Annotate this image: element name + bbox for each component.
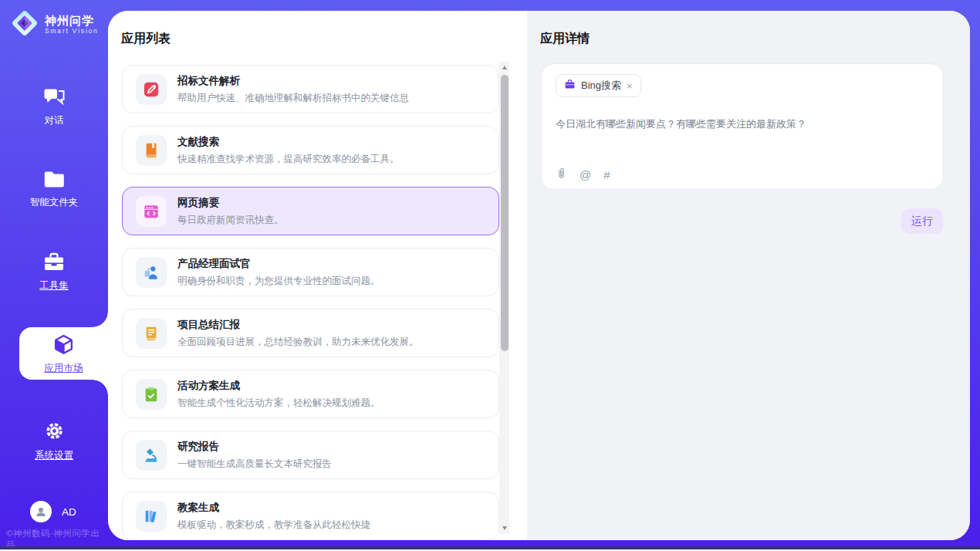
list-item-pm-interviewer[interactable]: 产品经理面试官 明确身份和职责，为您提供专业性的面试问题。 xyxy=(122,248,499,296)
user-initials: AD xyxy=(62,506,76,518)
prompt-input[interactable]: 今日湖北有哪些新闻要点？有哪些需要关注的最新政策？ xyxy=(556,117,926,131)
app-detail-pane: 应用详情 Bing搜索 × 今日湖北有哪些新闻要点？有哪些需要关注的最新政策？ xyxy=(527,11,970,540)
app-desc: 模板驱动，教案秒成，教学准备从此轻松快捷 xyxy=(177,519,370,532)
sidebar-item-smart-folder[interactable]: 智能文件夹 xyxy=(0,171,108,209)
app-name: 教案生成 xyxy=(177,501,370,515)
webpage-code-icon xyxy=(136,196,167,227)
app-name: 文献搜索 xyxy=(177,135,400,149)
hash-tag-icon[interactable]: # xyxy=(603,168,610,181)
books-icon xyxy=(136,501,167,532)
app-desc: 全面回顾项目进展，总结经验教训，助力未来优化发展。 xyxy=(177,336,419,349)
scroll-down-icon[interactable] xyxy=(499,522,509,534)
cube-icon xyxy=(53,346,74,359)
sidebar-item-label: 系统设置 xyxy=(0,449,108,462)
chat-icon xyxy=(43,96,65,109)
app-detail-title: 应用详情 xyxy=(540,31,590,47)
notes-icon xyxy=(136,318,167,349)
app-name: 项目总结汇报 xyxy=(177,318,419,332)
microscope-icon xyxy=(136,440,167,471)
at-mention-icon[interactable]: @ xyxy=(580,168,591,181)
tool-tag-bing-search[interactable]: Bing搜索 × xyxy=(556,74,641,97)
list-item-project-summary[interactable]: 项目总结汇报 全面回顾项目进展，总结经验教训，助力未来优化发展。 xyxy=(122,309,499,357)
sidebar-item-label: 工具集 xyxy=(0,279,108,292)
list-item-literature-search[interactable]: 文献搜索 快速精准查找学术资源，提高研究效率的必备工具。 xyxy=(122,126,499,174)
tool-tag-label: Bing搜索 xyxy=(581,79,621,93)
diamond-logo-icon xyxy=(10,8,39,41)
sidebar-item-chat[interactable]: 对话 xyxy=(0,86,108,127)
avatar xyxy=(30,501,52,522)
list-item-bid-parse[interactable]: 招标文件解析 帮助用户快速、准确地理解和解析招标书中的关键信息 xyxy=(122,65,499,113)
app-desc: 快速精准查找学术资源，提高研究效率的必备工具。 xyxy=(177,153,400,166)
list-item-activity-plan[interactable]: 活动方案生成 智能生成个性化活动方案，轻松解决规划难题。 xyxy=(122,370,499,418)
app-desc: 明确身份和职责，为您提供专业性的面试问题。 xyxy=(177,275,380,288)
book-icon xyxy=(136,135,167,166)
app-desc: 帮助用户快速、准确地理解和解析招标书中的关键信息 xyxy=(177,92,409,105)
scroll-up-icon[interactable] xyxy=(499,62,509,73)
sidebar: 神州问学 Smart Vision 对话 智能文件夹 xyxy=(0,0,108,551)
main-panel: 应用列表 招标文件解析 帮助用户快速、准确地理解和解析招标书中的关键信息 xyxy=(108,11,970,540)
sidebar-item-label: 智能文件夹 xyxy=(0,196,108,209)
briefcase-icon xyxy=(564,79,576,93)
brand-tagline: Smart Vision xyxy=(45,27,99,35)
sidebar-item-toolset[interactable]: 工具集 xyxy=(0,252,108,292)
sidebar-item-label: 对话 xyxy=(0,114,108,127)
toolbox-icon xyxy=(43,261,65,274)
list-scrollbar[interactable] xyxy=(499,62,509,534)
sidebar-item-label: 应用市场 xyxy=(19,362,108,375)
brand-name: 神州问学 xyxy=(45,14,99,27)
list-item-lesson-plan[interactable]: 教案生成 模板驱动，教案秒成，教学准备从此轻松快捷 xyxy=(122,492,499,540)
close-icon[interactable]: × xyxy=(627,81,633,91)
prompt-card: Bing搜索 × 今日湖北有哪些新闻要点？有哪些需要关注的最新政策？ @ # xyxy=(541,63,944,190)
folder-icon xyxy=(44,177,65,191)
app-desc: 一键智能生成高质量长文本研究报告 xyxy=(177,458,332,471)
clipboard-check-icon xyxy=(136,379,167,410)
app-name: 产品经理面试官 xyxy=(177,257,380,271)
app-desc: 每日政府新闻资讯快查。 xyxy=(177,214,284,227)
brand-logo: 神州问学 Smart Vision xyxy=(10,8,99,41)
app-list-title: 应用列表 xyxy=(121,31,171,47)
app-list: 招标文件解析 帮助用户快速、准确地理解和解析招标书中的关键信息 文献搜索 快速精… xyxy=(122,65,499,540)
bid-document-icon xyxy=(136,74,167,105)
list-item-research-report[interactable]: 研究报告 一键智能生成高质量长文本研究报告 xyxy=(122,431,499,479)
list-item-web-summary[interactable]: 网页摘要 每日政府新闻资讯快查。 xyxy=(122,187,499,235)
sidebar-item-app-market[interactable]: 应用市场 xyxy=(19,327,108,380)
gear-icon xyxy=(44,431,65,444)
run-button[interactable]: 运行 xyxy=(901,208,943,234)
sidebar-item-settings[interactable]: 系统设置 xyxy=(0,421,108,462)
user-account[interactable]: AD xyxy=(30,501,76,522)
attachment-toolbar: @ # xyxy=(556,167,610,183)
app-name: 研究报告 xyxy=(177,440,332,454)
app-desc: 智能生成个性化活动方案，轻松解决规划难题。 xyxy=(177,397,380,410)
interviewer-icon xyxy=(136,257,167,288)
scrollbar-thumb[interactable] xyxy=(501,75,509,351)
app-list-pane: 应用列表 招标文件解析 帮助用户快速、准确地理解和解析招标书中的关键信息 xyxy=(108,11,527,540)
app-name: 网页摘要 xyxy=(177,196,284,210)
app-name: 活动方案生成 xyxy=(177,379,380,393)
paperclip-icon[interactable] xyxy=(556,167,567,183)
app-name: 招标文件解析 xyxy=(177,74,409,88)
